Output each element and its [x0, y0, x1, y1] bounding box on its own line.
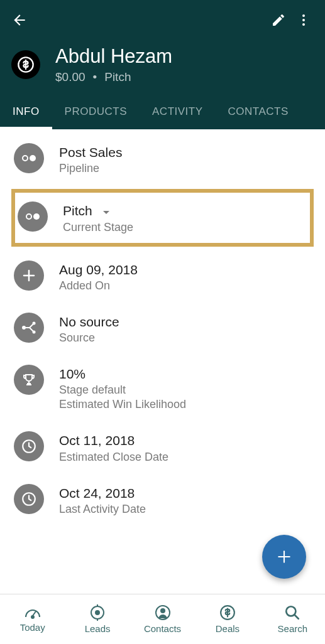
- person-circle-icon: [155, 604, 171, 621]
- estimated-close-value: Oct 11, 2018: [59, 432, 168, 449]
- pencil-icon: [271, 13, 286, 28]
- gauge-icon: [24, 606, 41, 620]
- deal-avatar: [11, 50, 40, 79]
- win-likelihood-value: 10%: [59, 366, 186, 382]
- added-on-label: Added On: [59, 279, 138, 292]
- edit-button[interactable]: [266, 8, 291, 33]
- svg-point-1: [302, 19, 305, 21]
- chevron-down-icon: [102, 210, 110, 215]
- svg-line-24: [295, 614, 299, 619]
- bottom-nav: Today Leads Contacts Deals Search: [0, 594, 325, 644]
- svg-point-12: [33, 330, 36, 333]
- nav-leads[interactable]: Leads: [65, 594, 129, 644]
- title-block: Abdul Hezam $0.00 • Pitch: [0, 40, 325, 97]
- win-likelihood-label: Stage default: [59, 384, 186, 397]
- row-win-likelihood[interactable]: 10% Stage default Estimated Win Likeliho…: [0, 355, 325, 421]
- nav-search-label: Search: [278, 623, 308, 634]
- svg-point-11: [33, 321, 36, 325]
- nav-today-label: Today: [20, 622, 45, 633]
- row-estimated-close[interactable]: Oct 11, 2018 Estimated Close Date: [0, 421, 325, 473]
- tab-contacts[interactable]: CONTACTS: [216, 97, 301, 129]
- svg-point-0: [302, 14, 305, 17]
- back-arrow-icon: [11, 12, 28, 28]
- trophy-icon: [14, 365, 44, 395]
- more-menu-button[interactable]: [291, 8, 316, 33]
- row-pipeline[interactable]: Post Sales Pipeline: [0, 133, 325, 185]
- row-added-on[interactable]: Aug 09, 2018 Added On: [0, 250, 325, 303]
- dollar-circle-icon: [17, 56, 35, 73]
- deal-title: Abdul Hezam: [55, 45, 172, 68]
- svg-point-10: [22, 326, 26, 330]
- pipeline-icon: [14, 143, 44, 173]
- tabs: INFO PRODUCTS ACTIVITY CONTACTS: [0, 97, 325, 129]
- svg-point-2: [302, 23, 305, 26]
- nav-search[interactable]: Search: [260, 594, 325, 644]
- nav-contacts-label: Contacts: [144, 623, 181, 634]
- clock-icon: [14, 484, 44, 514]
- row-current-stage[interactable]: Pitch Current Stage: [11, 189, 314, 246]
- back-button[interactable]: [9, 9, 30, 31]
- svg-point-6: [26, 214, 31, 219]
- stage-icon: [18, 201, 48, 232]
- plus-icon: [276, 549, 292, 565]
- header: Abdul Hezam $0.00 • Pitch INFO PRODUCTS …: [0, 0, 325, 129]
- deal-stage: Pitch: [104, 70, 131, 84]
- fab-add-button[interactable]: [262, 535, 306, 579]
- last-activity-label: Last Activity Date: [59, 503, 146, 516]
- source-label: Source: [59, 331, 119, 345]
- svg-point-7: [33, 213, 40, 220]
- source-icon: [14, 313, 44, 343]
- dollar-circle-icon: [219, 604, 236, 621]
- nav-contacts[interactable]: Contacts: [130, 594, 195, 644]
- svg-point-4: [23, 156, 28, 161]
- plus-icon: [14, 260, 44, 291]
- nav-today[interactable]: Today: [0, 594, 65, 644]
- source-value: No source: [59, 314, 119, 330]
- tab-products[interactable]: PRODUCTS: [52, 97, 140, 129]
- search-icon: [284, 604, 300, 621]
- svg-point-21: [160, 608, 165, 613]
- more-vertical-icon: [296, 13, 311, 28]
- estimated-close-label: Estimated Close Date: [59, 451, 168, 464]
- row-last-activity[interactable]: Oct 24, 2018 Last Activity Date: [0, 474, 325, 526]
- separator-dot: •: [93, 70, 97, 84]
- target-icon: [89, 604, 106, 621]
- last-activity-value: Oct 24, 2018: [59, 485, 146, 502]
- tab-activity[interactable]: ACTIVITY: [140, 97, 216, 129]
- deal-amount: $0.00: [55, 70, 85, 84]
- topbar: [0, 0, 325, 40]
- nav-deals[interactable]: Deals: [195, 594, 260, 644]
- nav-deals-label: Deals: [216, 623, 240, 634]
- svg-point-5: [30, 155, 36, 161]
- win-likelihood-sub: Estimated Win Likelihood: [59, 398, 186, 411]
- added-on-value: Aug 09, 2018: [59, 262, 138, 278]
- svg-point-19: [96, 611, 99, 614]
- pipeline-label: Pipeline: [59, 162, 122, 175]
- clock-icon: [14, 431, 44, 461]
- stage-label: Current Stage: [63, 221, 133, 234]
- stage-value: Pitch: [63, 203, 133, 219]
- row-source[interactable]: No source Source: [0, 303, 325, 355]
- pipeline-value: Post Sales: [59, 144, 122, 161]
- tab-info[interactable]: INFO: [0, 97, 52, 129]
- nav-leads-label: Leads: [85, 623, 111, 634]
